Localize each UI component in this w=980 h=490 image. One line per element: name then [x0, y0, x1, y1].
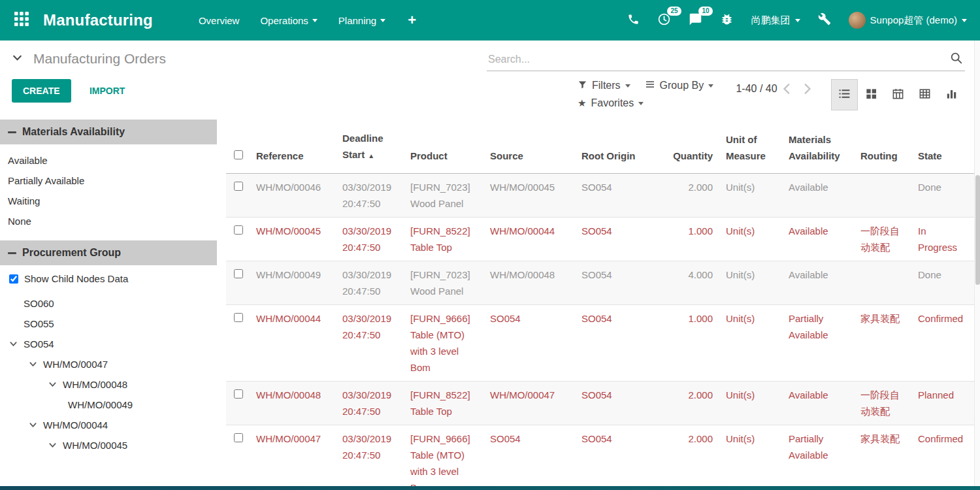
- cell-root-origin: SO054: [579, 381, 666, 425]
- graph-view-button[interactable]: [938, 79, 965, 110]
- star-icon: ★: [578, 97, 586, 109]
- cell-routing: 家具装配: [858, 304, 915, 381]
- favorites-button[interactable]: ★ Favorites: [578, 97, 644, 109]
- row-checkbox[interactable]: [234, 433, 243, 442]
- funnel-icon: [578, 80, 587, 92]
- activities-button[interactable]: 25: [657, 12, 671, 29]
- tree-item[interactable]: WH/MO/00048: [0, 374, 217, 395]
- tree-item[interactable]: SO060: [0, 293, 217, 314]
- menu-operations[interactable]: Operations: [252, 8, 325, 33]
- table-row[interactable]: WH/MO/00047 03/30/2019 20:47:50 [FURN_96…: [226, 425, 974, 490]
- cell-reference: WH/MO/00046: [253, 173, 340, 217]
- caret-down-icon: [625, 84, 630, 88]
- deadline-date: 03/30/2019: [342, 179, 397, 195]
- select-all-checkbox[interactable]: [234, 150, 243, 159]
- create-button[interactable]: CREATE: [12, 79, 71, 103]
- apps-menu-button[interactable]: [9, 8, 34, 33]
- table-row[interactable]: WH/MO/00045 03/30/2019 20:47:50 [FURN_85…: [226, 217, 974, 261]
- chevron-down-icon[interactable]: [9, 340, 18, 348]
- cell-source: WH/MO/00045: [487, 173, 579, 217]
- column-header-source[interactable]: Source: [487, 120, 579, 173]
- search-icon[interactable]: [949, 51, 964, 68]
- app-title[interactable]: Manufacturing: [43, 11, 153, 29]
- activity-count-badge: 25: [667, 7, 681, 16]
- menu-overview[interactable]: Overview: [191, 8, 248, 33]
- company-switcher[interactable]: 尚鹏集团: [751, 14, 800, 27]
- column-header-product[interactable]: Product: [408, 120, 487, 173]
- list-view-icon: [838, 88, 851, 102]
- chevron-down-icon[interactable]: [29, 421, 38, 429]
- list-view-button[interactable]: [831, 79, 858, 110]
- tree-item[interactable]: SO055: [0, 314, 217, 334]
- pager-previous-button[interactable]: [777, 79, 797, 99]
- kanban-view-button[interactable]: [858, 79, 885, 110]
- vertical-scrollbar[interactable]: [974, 41, 980, 486]
- column-header-reference[interactable]: Reference: [253, 120, 340, 173]
- menu-operations-label: Operations: [260, 15, 308, 26]
- table-row[interactable]: WH/MO/00046 03/30/2019 20:47:50 [FURN_70…: [226, 173, 974, 217]
- list-view: Reference Deadline Start▲ Product Source…: [217, 120, 980, 490]
- sidebar-filter-item[interactable]: Available: [0, 150, 217, 171]
- voip-phone-button[interactable]: [627, 13, 640, 28]
- column-header-deadline-start[interactable]: Deadline Start▲: [340, 120, 408, 173]
- table-row[interactable]: WH/MO/00048 03/30/2019 20:47:50 [FURN_85…: [226, 381, 974, 425]
- column-header-routing[interactable]: Routing: [858, 120, 915, 173]
- tree-item-label: WH/MO/00048: [63, 379, 127, 390]
- orders-table-body: WH/MO/00046 03/30/2019 20:47:50 [FURN_70…: [226, 173, 974, 490]
- column-header-quantity[interactable]: Quantity: [666, 120, 723, 173]
- filters-button[interactable]: Filters: [578, 79, 630, 92]
- table-row[interactable]: WH/MO/00044 03/30/2019 20:47:50 [FURN_96…: [226, 304, 974, 381]
- show-child-nodes-label: Show Child Nodes Data: [24, 273, 128, 284]
- pager-next-button[interactable]: [797, 79, 817, 99]
- chevron-down-icon[interactable]: [48, 380, 57, 389]
- scrollbar-thumb[interactable]: [975, 175, 980, 285]
- show-child-nodes-toggle[interactable]: Show Child Nodes Data: [0, 265, 217, 289]
- sidebar-filter-item[interactable]: None: [0, 211, 217, 231]
- sidebar-filter-item[interactable]: Waiting: [0, 191, 217, 211]
- cell-quantity: 4.000: [666, 261, 723, 304]
- column-header-state[interactable]: State: [915, 120, 974, 173]
- user-menu[interactable]: Sunpop超管 (demo): [849, 12, 967, 29]
- phone-icon: [627, 13, 640, 28]
- minus-icon: [8, 252, 16, 254]
- tree-item[interactable]: SO054: [0, 334, 217, 354]
- import-button[interactable]: IMPORT: [87, 79, 127, 103]
- show-child-nodes-checkbox[interactable]: [9, 274, 18, 284]
- row-checkbox[interactable]: [234, 389, 243, 399]
- debug-button[interactable]: [720, 12, 734, 29]
- row-checkbox[interactable]: [234, 225, 243, 235]
- add-menu-button[interactable]: +: [399, 8, 425, 33]
- sidebar-filter-item[interactable]: Partially Available: [0, 171, 217, 191]
- column-header-root-origin[interactable]: Root Origin: [579, 120, 666, 173]
- cell-source: WH/MO/00048: [487, 261, 579, 304]
- user-avatar: [849, 12, 866, 29]
- availability-filter-list: AvailablePartially AvailableWaitingNone: [0, 144, 217, 240]
- tree-item[interactable]: WH/MO/00045: [0, 435, 217, 455]
- row-checkbox[interactable]: [234, 269, 243, 278]
- chevron-down-icon[interactable]: [29, 360, 38, 368]
- group-by-label: Group By: [660, 80, 704, 91]
- messages-button[interactable]: 10: [689, 12, 702, 29]
- tree-item[interactable]: WH/MO/00044: [0, 415, 217, 435]
- chevron-down-icon[interactable]: [48, 441, 57, 449]
- cell-reference: WH/MO/00044: [253, 304, 340, 381]
- cell-reference: WH/MO/00049: [253, 261, 340, 304]
- pager: 1-40 / 40: [736, 79, 817, 99]
- cell-product: [FURN_8522] Table Top: [408, 217, 487, 261]
- caret-down-icon: [638, 102, 644, 105]
- tree-item[interactable]: WH/MO/00047: [0, 354, 217, 374]
- tools-button[interactable]: [818, 12, 831, 28]
- row-checkbox[interactable]: [234, 313, 243, 322]
- row-checkbox[interactable]: [234, 182, 243, 191]
- breadcrumb-collapse-button[interactable]: [12, 52, 23, 66]
- column-header-unit-of-measure[interactable]: Unit of Measure: [723, 120, 786, 173]
- tree-item[interactable]: WH/MO/00049: [0, 395, 217, 415]
- deadline-date: 03/30/2019: [342, 310, 397, 327]
- pivot-view-button[interactable]: [911, 79, 938, 110]
- table-row[interactable]: WH/MO/00049 03/30/2019 20:47:50 [FURN_70…: [226, 261, 974, 304]
- calendar-view-button[interactable]: [885, 79, 911, 110]
- search-input[interactable]: [487, 51, 965, 71]
- column-header-materials-availability[interactable]: Materials Availability: [786, 120, 858, 173]
- group-by-button[interactable]: Group By: [645, 79, 714, 92]
- menu-planning[interactable]: Planning: [331, 8, 393, 33]
